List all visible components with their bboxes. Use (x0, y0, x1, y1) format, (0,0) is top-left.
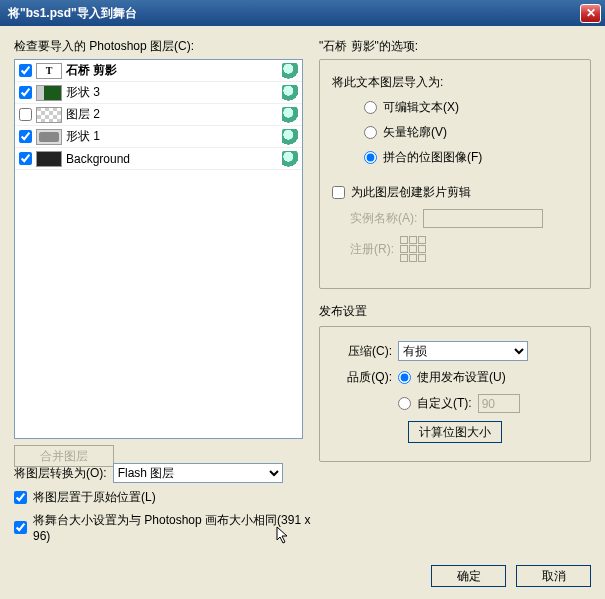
layer-row[interactable]: 图层 2 (15, 104, 302, 126)
layer-type-icon (282, 151, 298, 167)
stage-size-label: 将舞台大小设置为与 Photoshop 画布大小相同(391 x 96) (33, 512, 324, 543)
layer-type-icon (282, 85, 298, 101)
radio-flat-bitmap-label: 拼合的位图图像(F) (383, 149, 482, 166)
radio-editable-text-label: 可编辑文本(X) (383, 99, 459, 116)
convert-layers-select[interactable]: Flash 图层 (113, 463, 283, 483)
place-original-checkbox[interactable] (14, 491, 27, 504)
create-movieclip-label: 为此图层创建影片剪辑 (351, 184, 471, 201)
layer-row[interactable]: Background (15, 148, 302, 170)
radio-editable-text[interactable] (364, 101, 377, 114)
custom-quality-input (478, 394, 520, 413)
place-original-label: 将图层置于原始位置(L) (33, 489, 156, 506)
quality-label: 品质(Q): (332, 369, 392, 386)
layer-checkbox[interactable] (19, 130, 32, 143)
layer-thumb-text-icon: T (36, 63, 62, 79)
registration-label: 注册(R): (350, 241, 394, 258)
layer-checkbox[interactable] (19, 152, 32, 165)
publish-group: 压缩(C): 有损 品质(Q): 使用发布设置(U) 自定义(T): 计算位图大… (319, 326, 591, 462)
stage-size-checkbox[interactable] (14, 521, 27, 534)
layer-thumb-icon (36, 129, 62, 145)
layer-checkbox[interactable] (19, 64, 32, 77)
layer-type-icon (282, 107, 298, 123)
compress-label: 压缩(C): (332, 343, 392, 360)
layer-checkbox[interactable] (19, 108, 32, 121)
instance-name-label: 实例名称(A): (350, 210, 417, 227)
layer-type-icon (282, 129, 298, 145)
import-as-group: 将此文本图层导入为: 可编辑文本(X) 矢量轮廓(V) 拼合的位图图像(F) 为… (319, 59, 591, 289)
layer-name: Background (66, 152, 278, 166)
radio-use-publish-label: 使用发布设置(U) (417, 369, 506, 386)
layer-thumb-icon (36, 85, 62, 101)
convert-layers-label: 将图层转换为(O): (14, 465, 107, 482)
layer-name: 形状 1 (66, 128, 278, 145)
ok-button[interactable]: 确定 (431, 565, 506, 587)
import-as-label: 将此文本图层导入为: (332, 74, 578, 91)
radio-use-publish-settings[interactable] (398, 371, 411, 384)
layer-type-icon (282, 63, 298, 79)
close-button[interactable]: ✕ (580, 4, 601, 23)
registration-grid-icon (400, 236, 426, 262)
layer-checkbox[interactable] (19, 86, 32, 99)
options-for-label: "石桥 剪影"的选项: (319, 38, 591, 55)
layer-name: 图层 2 (66, 106, 278, 123)
layer-row[interactable]: T 石桥 剪影 (15, 60, 302, 82)
instance-name-input (423, 209, 543, 228)
layer-row[interactable]: 形状 3 (15, 82, 302, 104)
layer-list[interactable]: T 石桥 剪影 形状 3 图层 2 形状 1 (14, 59, 303, 439)
layer-thumb-icon (36, 107, 62, 123)
radio-vector-outline[interactable] (364, 126, 377, 139)
radio-custom-quality-label: 自定义(T): (417, 395, 472, 412)
radio-vector-outline-label: 矢量轮廓(V) (383, 124, 447, 141)
compress-select[interactable]: 有损 (398, 341, 528, 361)
create-movieclip-checkbox[interactable] (332, 186, 345, 199)
calc-bitmap-size-button[interactable]: 计算位图大小 (408, 421, 502, 443)
layer-name: 形状 3 (66, 84, 278, 101)
layer-thumb-icon (36, 151, 62, 167)
radio-flat-bitmap[interactable] (364, 151, 377, 164)
cancel-button[interactable]: 取消 (516, 565, 591, 587)
layer-name: 石桥 剪影 (66, 62, 278, 79)
publish-header: 发布设置 (319, 303, 591, 320)
window-title: 将"bs1.psd"导入到舞台 (4, 5, 580, 22)
dialog-footer: 确定 取消 (431, 565, 591, 587)
titlebar: 将"bs1.psd"导入到舞台 ✕ (0, 0, 605, 26)
layer-row[interactable]: 形状 1 (15, 126, 302, 148)
layers-header: 检查要导入的 Photoshop 图层(C): (14, 38, 303, 55)
radio-custom-quality[interactable] (398, 397, 411, 410)
